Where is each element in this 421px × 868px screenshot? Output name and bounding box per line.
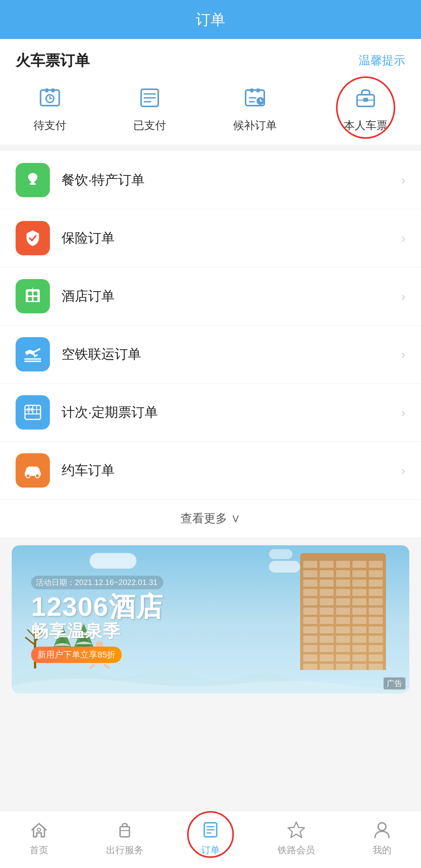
- svg-rect-2: [51, 88, 55, 92]
- banner-sub-text: 畅享温泉季: [31, 620, 163, 643]
- air-rail-arrow: ›: [401, 347, 405, 362]
- tab-waitlist[interactable]: 候补订单: [233, 82, 277, 133]
- nav-member[interactable]: 铁路会员: [278, 819, 315, 856]
- nav-mine[interactable]: 我的: [371, 819, 393, 856]
- banner-main-text: 12306酒店: [31, 593, 163, 620]
- taxi-arrow: ›: [401, 463, 405, 478]
- tab-my-tickets[interactable]: 本人车票: [344, 82, 387, 133]
- home-icon: [28, 819, 50, 841]
- promo-banner[interactable]: 温泉酒店 活动日期：2021: [12, 545, 409, 693]
- bottom-nav: 首页 出行服务 订单 铁路会员: [0, 811, 421, 868]
- svg-rect-40: [28, 467, 32, 471]
- hotel-building: 温泉酒店: [300, 553, 386, 678]
- banner-date: 活动日期：2021.12.16~2022.01.31: [31, 576, 163, 589]
- waitlist-icon: [239, 82, 271, 113]
- catering-label: 餐饮·特产订单: [62, 171, 401, 189]
- svg-point-54: [37, 828, 41, 831]
- section-header: 火车票订单 温馨提示: [0, 39, 421, 74]
- svg-point-39: [35, 474, 39, 478]
- tab-paid-label: 已支付: [133, 118, 166, 133]
- periodic-arrow: ›: [401, 405, 405, 420]
- bottom-spacer: [0, 701, 421, 771]
- order-item-insurance[interactable]: 保险订单 ›: [0, 209, 421, 267]
- svg-marker-61: [288, 822, 304, 838]
- header: 订单: [0, 0, 421, 39]
- svg-point-62: [378, 823, 386, 831]
- catering-arrow: ›: [401, 173, 405, 187]
- svg-rect-1: [45, 88, 48, 92]
- svg-rect-55: [120, 827, 129, 837]
- insurance-label: 保险订单: [62, 229, 401, 247]
- svg-rect-9: [250, 88, 253, 92]
- svg-rect-17: [363, 98, 368, 102]
- air-rail-icon-wrap: [16, 337, 50, 371]
- svg-rect-21: [30, 183, 36, 185]
- nav-member-label: 铁路会员: [278, 844, 315, 856]
- catering-icon-wrap: [16, 163, 50, 197]
- banner-promo: 新用户下单立享85折: [31, 647, 122, 663]
- warm-hint-link[interactable]: 温馨提示: [359, 53, 405, 69]
- nav-orders[interactable]: 订单: [200, 819, 221, 856]
- header-title: 订单: [196, 10, 225, 30]
- insurance-icon-wrap: [16, 221, 50, 255]
- svg-point-22: [30, 174, 35, 177]
- order-list: 餐饮·特产订单 › 保险订单 › 酒店订单 ›: [0, 151, 421, 499]
- svg-rect-24: [28, 292, 32, 295]
- svg-rect-25: [34, 292, 37, 295]
- hotel-body: [300, 553, 386, 670]
- nav-mine-label: 我的: [373, 844, 391, 856]
- nav-home[interactable]: 首页: [28, 819, 50, 856]
- banner-text-area: 活动日期：2021.12.16~2022.01.31 12306酒店 畅享温泉季…: [31, 576, 163, 663]
- svg-rect-27: [34, 297, 37, 301]
- ticket-tabs: 待支付 已支付 候补订单: [0, 74, 421, 145]
- air-rail-label: 空铁联运订单: [62, 345, 401, 363]
- mine-icon: [371, 819, 393, 841]
- tab-my-tickets-label: 本人车票: [344, 118, 387, 133]
- see-more-button[interactable]: 查看更多 ∨: [0, 499, 421, 537]
- hotel-windows: [300, 557, 386, 670]
- cloud-1: [90, 553, 136, 569]
- tab-pending[interactable]: 待支付: [34, 82, 66, 133]
- order-item-hotel[interactable]: 酒店订单 ›: [0, 267, 421, 325]
- nav-orders-label: 订单: [201, 844, 220, 856]
- hotel-arrow: ›: [401, 289, 405, 304]
- my-tickets-icon: [350, 82, 381, 113]
- ad-label: 广告: [384, 677, 405, 689]
- cloud-3: [269, 549, 292, 559]
- insurance-arrow: ›: [401, 231, 405, 246]
- orders-icon: [200, 819, 221, 841]
- svg-rect-10: [256, 88, 260, 92]
- svg-rect-20: [31, 182, 34, 183]
- nav-travel[interactable]: 出行服务: [106, 819, 143, 856]
- nav-travel-label: 出行服务: [106, 844, 143, 856]
- pending-icon: [34, 82, 65, 113]
- svg-rect-26: [28, 297, 32, 301]
- tab-waitlist-label: 候补订单: [233, 118, 277, 133]
- travel-icon: [114, 819, 136, 841]
- banner-inner: 温泉酒店 活动日期：2021: [12, 545, 409, 693]
- taxi-icon-wrap: [16, 453, 50, 488]
- tab-pending-label: 待支付: [34, 118, 66, 133]
- order-item-periodic[interactable]: ITE 计次·定期票订单 ›: [0, 384, 421, 442]
- svg-point-38: [26, 474, 30, 478]
- order-item-catering[interactable]: 餐饮·特产订单 ›: [0, 151, 421, 209]
- svg-rect-41: [34, 467, 37, 471]
- paid-icon: [134, 82, 165, 113]
- cloud-2: [269, 561, 300, 573]
- hotel-icon-wrap: [16, 279, 50, 313]
- nav-home-label: 首页: [30, 844, 48, 856]
- periodic-icon-wrap: ITE: [16, 395, 50, 430]
- order-item-taxi[interactable]: 约车订单 ›: [0, 442, 421, 499]
- order-item-air-rail[interactable]: 空铁联运订单 ›: [0, 325, 421, 384]
- section-title: 火车票订单: [16, 51, 90, 71]
- member-icon: [285, 819, 307, 841]
- periodic-label: 计次·定期票订单: [62, 403, 401, 421]
- tab-paid[interactable]: 已支付: [133, 82, 166, 133]
- hotel-label: 酒店订单: [62, 287, 401, 305]
- taxi-label: 约车订单: [62, 461, 401, 479]
